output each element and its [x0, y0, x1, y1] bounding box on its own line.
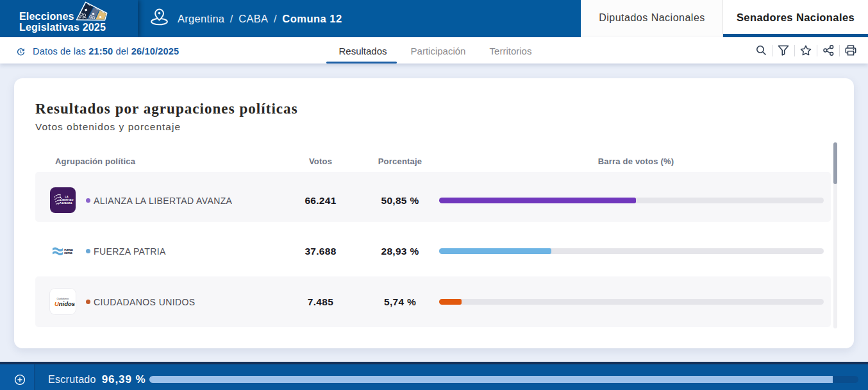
svg-text:FUERZA: FUERZA: [64, 248, 73, 251]
svg-text:nidos: nidos: [59, 300, 75, 307]
svg-text:AVANZA: AVANZA: [62, 201, 72, 205]
svg-text:PATRIA: PATRIA: [64, 251, 72, 255]
